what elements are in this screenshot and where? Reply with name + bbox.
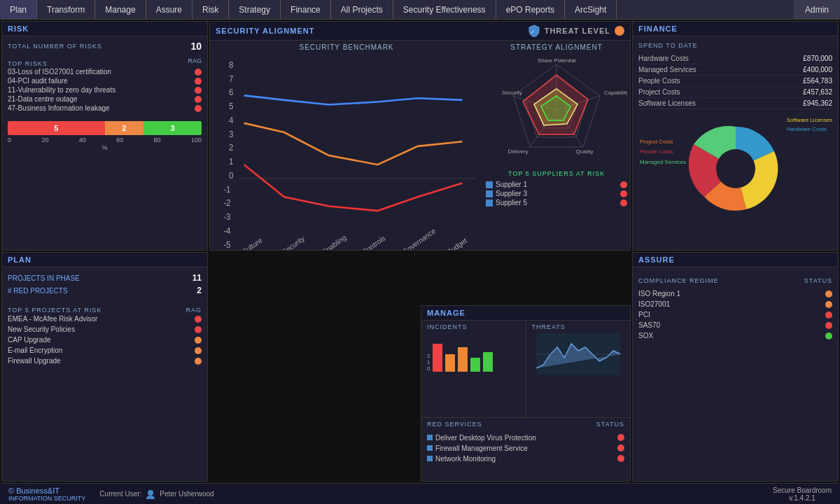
nav-finance[interactable]: Finance (281, 0, 331, 19)
rag-dot (195, 326, 202, 333)
company-sub: INFORMATION SECURITY (8, 495, 85, 502)
current-user-name: Peter Usherwood (160, 490, 214, 498)
rag-dot (825, 301, 832, 308)
plan-panel-title: PLAN (2, 253, 207, 267)
incidents-bar (483, 352, 493, 372)
incidents-bar-chart: 2 1 0 (427, 333, 520, 372)
service-icon (427, 456, 433, 461)
risk-panel-title: RISK (2, 22, 207, 36)
svg-rect-40 (486, 190, 493, 197)
nav-all-projects[interactable]: All Projects (331, 0, 393, 19)
service-rag (617, 434, 624, 441)
pie-label-project: Project Costs (640, 137, 686, 147)
svg-point-49 (146, 496, 155, 499)
svg-text:Budget: Budget (445, 237, 468, 251)
plan-projects-row: PROJECTS IN PHASE 11 (8, 272, 202, 284)
supplier-rag (620, 181, 627, 188)
risk-item: 21-Data centre outage (8, 94, 202, 104)
security-panel-title: SECURITY ALIGNMENT (216, 27, 528, 35)
finance-row: Software Licenses £945,362 (638, 98, 832, 109)
svg-text:Delivery: Delivery (508, 148, 528, 155)
supplier-item: Supplier 1 (486, 180, 627, 189)
app-version: v.1.4.2.1 (773, 494, 832, 502)
svg-text:6: 6 (229, 88, 233, 97)
strategy-area: STRATEGY ALIGNMENT (483, 41, 630, 249)
svg-text:-5: -5 (223, 240, 230, 249)
spend-label: SPEND TO DATE (638, 42, 832, 49)
pie-label-people: People Costs (640, 147, 686, 157)
mid-bottom-area: TRANSFORM PROJECTS IN PHASE 4 # RED PROJ… (209, 252, 631, 482)
plan-rag-label: RAG (186, 307, 202, 314)
service-rag (617, 455, 624, 462)
plan-project-item: E-mail Encryption (8, 345, 202, 356)
company-logo-area: © Business&IT INFORMATION SECURITY (8, 486, 85, 502)
manage-panel: MANAGE INCIDENTS 2 1 0 (421, 305, 631, 482)
status-label: STATUS (804, 277, 832, 284)
nav-strategy[interactable]: Strategy (229, 0, 281, 19)
rag-scale-unit: % (8, 144, 202, 151)
incidents-label: INCIDENTS (427, 323, 520, 330)
top-risks-label: TOP RISKS (8, 60, 48, 67)
rag-column-label: RAG (188, 57, 202, 67)
svg-rect-47 (427, 456, 433, 461)
svg-text:Capability: Capability (604, 90, 627, 96)
rag-bar: 5 2 3 (8, 121, 202, 135)
rag-bar-red: 5 (8, 121, 105, 135)
threats-chart (532, 333, 625, 375)
rag-dot-red (195, 96, 202, 103)
rag-dot (825, 312, 832, 318)
finance-pie-chart (680, 116, 792, 221)
svg-rect-39 (486, 181, 493, 188)
svg-text:0: 0 (229, 171, 234, 180)
svg-text:-4: -4 (223, 226, 231, 235)
rag-bar-orange: 2 (105, 121, 144, 135)
threat-level-area: ✓ THREAT LEVEL (528, 24, 624, 37)
nav-epo-reports[interactable]: ePO Reports (496, 0, 565, 19)
svg-text:3: 3 (229, 129, 233, 138)
nav-plan[interactable]: Plan (0, 0, 37, 19)
rag-bar-green: 3 (144, 121, 202, 135)
nav-risk[interactable]: Risk (192, 0, 229, 19)
risk-total-label: TOTAL NUMBER OF RISKS (8, 43, 102, 50)
supplier-rag (620, 200, 627, 206)
nav-security-effectiveness[interactable]: Security Effectiveness (393, 0, 496, 19)
svg-rect-46 (427, 445, 433, 451)
risk-panel: RISK TOTAL NUMBER OF RISKS 10 TOP RISKS … (1, 21, 208, 251)
threats-area: THREATS (526, 321, 631, 417)
finance-pie-chart-area: Software Licenses Hardware Costs Project… (638, 116, 832, 221)
svg-text:Enabling: Enabling (321, 233, 348, 251)
svg-rect-45 (427, 435, 433, 440)
nav-arcsight[interactable]: ArcSight (565, 0, 617, 19)
assure-panel-title: ASSURE (633, 253, 838, 267)
supplier-icon (486, 181, 493, 188)
svg-text:1: 1 (229, 157, 233, 166)
supplier-item: Supplier 3 (486, 189, 627, 198)
svg-rect-41 (486, 200, 493, 206)
svg-text:✓: ✓ (531, 29, 535, 34)
plan-project-item: Firewall Upgrade (8, 356, 202, 366)
rag-dot (825, 290, 832, 298)
admin-button[interactable]: Admin (794, 0, 840, 19)
rag-scale: 020406080100 (8, 136, 202, 144)
incidents-bar (433, 344, 442, 372)
current-user-area: Current User: Peter Usherwood (99, 489, 214, 499)
assure-item: PCI (638, 309, 832, 320)
manage-panel-title: MANAGE (421, 306, 630, 321)
svg-text:Culture: Culture (240, 236, 263, 251)
finance-row: Project Costs £457,632 (638, 87, 832, 98)
security-header: SECURITY ALIGNMENT ✓ THREAT LEVEL (210, 22, 630, 41)
suppliers-title: TOP 5 SUPPLIERS AT RISK (486, 170, 627, 177)
svg-text:5: 5 (229, 102, 233, 111)
nav-manage[interactable]: Manage (95, 0, 146, 19)
nav-assure[interactable]: Assure (146, 0, 192, 19)
benchmark-chart-area: SECURITY BENCHMARK 8 7 6 5 4 3 2 1 0 -1 … (210, 41, 483, 249)
svg-text:-2: -2 (223, 198, 230, 207)
rag-dot (825, 332, 832, 340)
pie-label-software: Software Licenses (787, 116, 832, 125)
plan-red-row: # RED PROJECTS 2 (8, 284, 202, 297)
finance-row: Hardware Costs £870,000 (638, 53, 832, 64)
svg-point-48 (148, 490, 153, 496)
supplier-icon (486, 190, 493, 197)
bottom-bar: © Business&IT INFORMATION SECURITY Curre… (0, 483, 840, 504)
nav-transform[interactable]: Transform (37, 0, 95, 19)
